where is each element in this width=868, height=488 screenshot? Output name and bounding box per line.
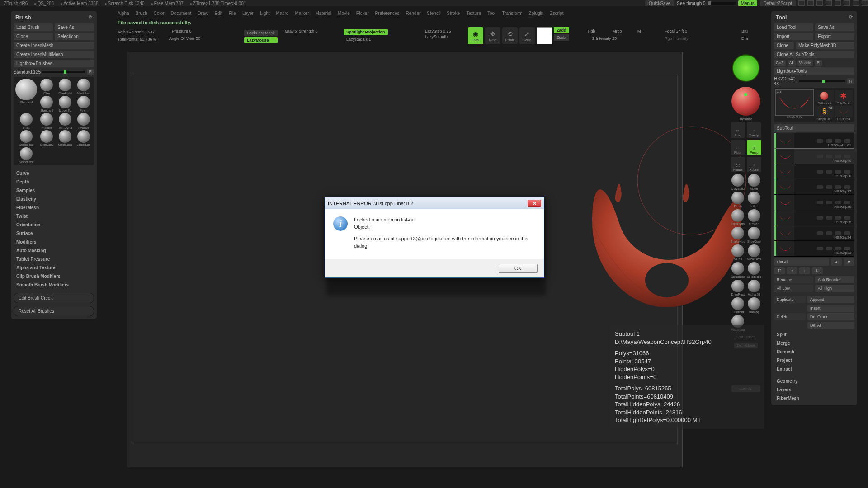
brush-section-fibermesh[interactable]: FiberMesh <box>14 203 94 212</box>
goz-all-button[interactable]: All <box>788 60 796 66</box>
autoreorder-button[interactable]: AutoReorder <box>815 276 854 283</box>
delete-button[interactable]: Delete <box>774 313 806 320</box>
brush-flatten[interactable]: Flatten <box>38 113 56 129</box>
brush-masklass[interactable]: MaskLass <box>57 130 74 146</box>
menu-stroke[interactable]: Stroke <box>447 11 460 17</box>
lazystep[interactable]: LazyStep 0.25 <box>425 29 451 33</box>
make-polymesh-button[interactable]: Make PolyMesh3D <box>796 42 854 49</box>
move-up-button[interactable]: ↑ <box>787 267 797 274</box>
brush-section-modifiers[interactable]: Modifiers <box>14 238 94 246</box>
subtool-hs2grp37[interactable]: HS2Grp37 <box>774 179 854 195</box>
tool-thumb-5[interactable]: HS2Grp4 <box>835 106 853 121</box>
nav-compass[interactable] <box>731 54 761 85</box>
subtool-header[interactable]: SubTool <box>774 124 854 132</box>
quick-brush-gradient[interactable]: Gradient <box>731 297 745 314</box>
brush-size-slider[interactable] <box>42 71 85 73</box>
layout-icon-5[interactable] <box>835 0 841 6</box>
quick-brush-dragrect[interactable]: DragRect <box>731 280 745 296</box>
default-zscript[interactable]: DefaultZScript <box>760 0 796 6</box>
menu-alpha[interactable]: Alpha <box>118 11 129 17</box>
subtool-hs2grp36[interactable]: HS2Grp36 <box>774 195 854 210</box>
goz-button[interactable]: GoZ <box>774 60 786 66</box>
del-other-button[interactable]: Del Other <box>807 313 854 320</box>
del-all-button[interactable]: Del All <box>807 322 854 329</box>
tool-thumb-main[interactable]: 43 HS2Grp40 <box>776 90 813 121</box>
menu-layer[interactable]: Layer <box>242 11 254 17</box>
brush-standard[interactable]: Standard <box>15 79 37 112</box>
layout-icon-3[interactable] <box>816 0 823 6</box>
lightbox-tools-button[interactable]: Lightbox▸Tools <box>774 67 854 75</box>
insert-button[interactable]: Insert <box>807 305 854 312</box>
menus-toggle[interactable]: Menus <box>738 0 757 6</box>
tool-refresh-icon[interactable]: ⟳ <box>849 14 853 21</box>
quick-brush-slicecurv[interactable]: SliceCurv <box>747 227 762 243</box>
lazysmooth[interactable]: LazySmooth <box>425 34 451 39</box>
quick-brush-inflat[interactable]: Inflat <box>747 192 762 208</box>
brush-section-curve[interactable]: Curve <box>14 169 94 178</box>
lazymouse-toggle[interactable]: LazyMouse <box>244 37 278 43</box>
quick-brush-trimdyna[interactable]: TrimDyna <box>731 209 745 225</box>
rgb-label[interactable]: Rgb <box>588 29 595 33</box>
quick-brush-selectrec[interactable]: SelectRec <box>747 262 762 278</box>
list-all-button[interactable]: List All <box>774 258 829 266</box>
solo-button[interactable]: ◻Solo <box>731 122 745 138</box>
create-insertmultimesh-button[interactable]: Create InsertMultiMesh <box>14 51 94 58</box>
backfacemask-toggle[interactable]: BackFaceMask <box>244 30 278 36</box>
quick-brush-claybuild[interactable]: ClayBuild <box>731 174 745 190</box>
quick-brush-hpolish[interactable]: hPolish <box>747 209 762 225</box>
xpose-button[interactable]: ✢Xpose <box>747 157 761 172</box>
menu-color[interactable]: Color <box>154 11 165 17</box>
subtool-hs2grp40[interactable]: HS2Grp40 <box>774 149 854 164</box>
brush-section-smooth-brush-modifiers[interactable]: Smooth Brush Modifiers <box>14 281 94 289</box>
load-tool-button[interactable]: Load Tool <box>774 23 813 31</box>
quick-brush-alpha 58[interactable]: Alpha 58 <box>747 280 762 296</box>
brush-size-r-button[interactable]: R <box>87 69 94 75</box>
duplicate-button[interactable]: Duplicate <box>774 296 806 303</box>
brush-claybuild[interactable]: ClayBuild <box>57 79 74 95</box>
tool-section-project[interactable]: Project <box>774 356 854 365</box>
move-bottom-button[interactable]: ⇊ <box>812 267 823 274</box>
z-intensity[interactable]: Z Intensity 25 <box>592 36 617 41</box>
brush-standard[interactable]: Standard <box>38 96 56 112</box>
reset-all-brushes-button[interactable]: Reset All Brushes <box>14 306 94 316</box>
menu-zplugin[interactable]: Zplugin <box>529 11 544 17</box>
tool-section-extract[interactable]: Extract <box>774 365 854 373</box>
material-preview[interactable] <box>731 87 760 116</box>
m-label[interactable]: M <box>637 29 641 33</box>
subtool-hs2grp35[interactable]: HS2Grp35 <box>774 210 854 225</box>
menu-texture[interactable]: Texture <box>466 11 481 17</box>
menu-edit[interactable]: Edit <box>215 11 222 17</box>
menu-light[interactable]: Light <box>260 11 270 17</box>
brush-move to[interactable]: Move To <box>57 96 74 112</box>
import-button[interactable]: Import <box>774 33 813 40</box>
refresh-icon[interactable]: ⟳ <box>89 14 92 21</box>
move-top-button[interactable]: ⇈ <box>774 267 785 274</box>
quick-brush-selectlas[interactable]: SelectLas <box>731 262 745 278</box>
brush-section-samples[interactable]: Samples <box>14 186 94 195</box>
clone-all-subtools-button[interactable]: Clone All SubTools <box>774 51 854 58</box>
menu-tool[interactable]: Tool <box>487 11 495 17</box>
zsub-toggle[interactable]: Zsub <box>554 34 569 41</box>
dialog-titlebar[interactable]: INTERNAL ERROR .\List.cpp Line:182 ✕ <box>325 197 544 209</box>
local-button[interactable]: ◉Local <box>468 27 483 44</box>
layout-icon-2[interactable] <box>807 0 814 6</box>
brush-section-elasticity[interactable]: Elasticity <box>14 195 94 203</box>
menu-file[interactable]: File <box>229 11 236 17</box>
layout-icon-4[interactable] <box>826 0 832 6</box>
save-tool-button[interactable]: Save As <box>815 23 854 31</box>
edit-brush-credit-button[interactable]: Edit Brush Credit <box>14 293 94 303</box>
menu-movie[interactable]: Movie <box>338 11 350 17</box>
menu-draw[interactable]: Draw <box>198 11 208 17</box>
menu-preferences[interactable]: Preferences <box>375 11 400 17</box>
clone-brush-button[interactable]: Clone <box>14 33 53 40</box>
spotlight-toggle[interactable]: Spotlight Projection <box>344 29 388 35</box>
brush-clay[interactable]: Clay <box>38 79 56 95</box>
brush-section-auto-masking[interactable]: Auto Masking <box>14 246 94 255</box>
quick-brush-masklass[interactable]: MaskLass <box>747 244 762 261</box>
scale-button[interactable]: ⤢Scale <box>519 27 535 44</box>
dialog-close-button[interactable]: ✕ <box>528 200 541 207</box>
brush-section-orientation[interactable]: Orientation <box>14 221 94 229</box>
clone-tool-button[interactable]: Clone <box>774 42 794 49</box>
tool-section-merge[interactable]: Merge <box>774 339 854 347</box>
all-high-button[interactable]: All High <box>815 285 854 292</box>
